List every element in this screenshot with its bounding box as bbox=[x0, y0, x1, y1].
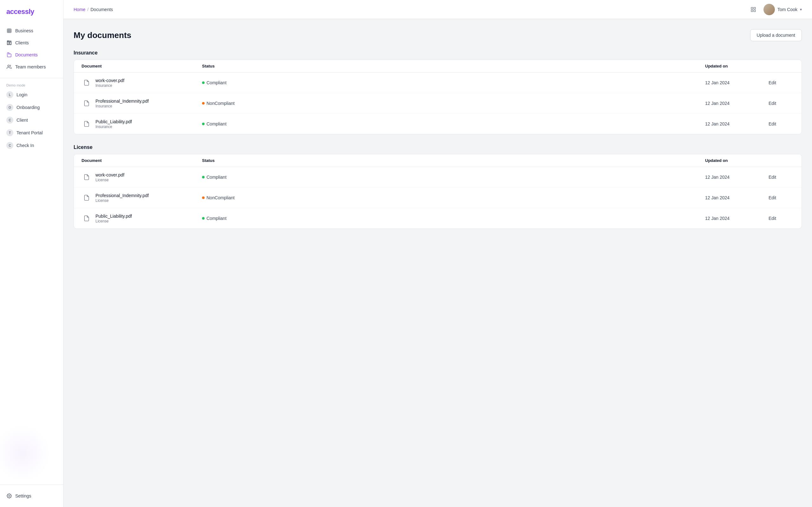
main-nav: Business Clients Documents bbox=[0, 22, 63, 75]
svg-rect-6 bbox=[751, 7, 753, 9]
sidebar-item-team-members[interactable]: Team members bbox=[0, 61, 63, 73]
sidebar-divider bbox=[0, 78, 63, 78]
sidebar-item-team-members-label: Team members bbox=[15, 64, 46, 69]
col-updated-1: Updated on bbox=[705, 64, 768, 68]
status-text: Compliant bbox=[206, 80, 226, 85]
sidebar-decoration bbox=[0, 425, 51, 482]
status-cell: NonCompliant bbox=[202, 101, 705, 106]
sidebar-item-business[interactable]: Business bbox=[0, 25, 63, 37]
svg-point-4 bbox=[8, 65, 9, 66]
svg-point-5 bbox=[9, 495, 10, 497]
doc-info: Professional_Indemnity.pdf License bbox=[96, 193, 149, 203]
doc-type: License bbox=[96, 219, 132, 223]
svg-rect-7 bbox=[754, 7, 755, 9]
logo-text: accessly bbox=[6, 8, 34, 15]
sidebar-item-check-in[interactable]: C Check In bbox=[0, 139, 63, 152]
doc-name: Professional_Indemnity.pdf bbox=[96, 99, 149, 104]
edit-button[interactable]: Edit bbox=[768, 80, 794, 85]
status-dot bbox=[202, 81, 205, 84]
table-row: Professional_Indemnity.pdf License NonCo… bbox=[74, 187, 802, 208]
main-area: Home / Documents Tom Cook ▾ My documents… bbox=[63, 0, 812, 507]
sidebar-item-login[interactable]: L Login bbox=[0, 89, 63, 101]
breadcrumb-home[interactable]: Home bbox=[73, 7, 85, 12]
sidebar-item-documents[interactable]: Documents bbox=[0, 49, 63, 61]
file-icon bbox=[82, 193, 92, 203]
table-row: work-cover.pdf License Compliant 12 Jan … bbox=[74, 167, 802, 187]
doc-info: work-cover.pdf Insurance bbox=[96, 78, 124, 88]
insurance-section-title: Insurance bbox=[73, 50, 802, 56]
demo-mode-label: Demo mode bbox=[0, 81, 63, 89]
edit-button[interactable]: Edit bbox=[768, 101, 794, 106]
status-dot bbox=[202, 102, 205, 105]
status-text: Compliant bbox=[206, 175, 226, 180]
chevron-down-icon: ▾ bbox=[800, 7, 802, 12]
sidebar-item-onboarding[interactable]: O Onboarding bbox=[0, 101, 63, 114]
doc-type: License bbox=[96, 178, 124, 182]
doc-type: Insurance bbox=[96, 83, 124, 88]
col-status-1: Status bbox=[202, 64, 705, 68]
file-icon bbox=[82, 119, 92, 129]
document-icon bbox=[6, 52, 12, 58]
date-cell: 12 Jan 2024 bbox=[705, 101, 768, 106]
doc-name: Professional_Indemnity.pdf bbox=[96, 193, 149, 198]
sidebar-item-tenant-portal-label: Tenant Portal bbox=[16, 130, 43, 135]
status-text: NonCompliant bbox=[206, 101, 235, 106]
status-text: NonCompliant bbox=[206, 195, 235, 200]
col-status-2: Status bbox=[202, 158, 705, 163]
col-updated-2: Updated on bbox=[705, 158, 768, 163]
doc-name: work-cover.pdf bbox=[96, 172, 124, 177]
date-cell: 12 Jan 2024 bbox=[705, 175, 768, 180]
sidebar: accessly Business Clients bbox=[0, 0, 63, 507]
edit-button[interactable]: Edit bbox=[768, 216, 794, 221]
users-icon bbox=[6, 64, 12, 70]
license-section: License Document Status Updated on bbox=[73, 145, 802, 229]
sidebar-item-settings[interactable]: Settings bbox=[0, 490, 63, 502]
sidebar-item-business-label: Business bbox=[15, 28, 33, 33]
license-table-header: Document Status Updated on bbox=[74, 154, 802, 167]
user-menu[interactable]: Tom Cook ▾ bbox=[763, 4, 802, 15]
table-row: Public_Liability.pdf License Compliant 1… bbox=[74, 208, 802, 228]
page-header: My documents Upload a document bbox=[73, 29, 802, 41]
avatar-O: O bbox=[6, 104, 13, 111]
doc-info: Public_Liability.pdf License bbox=[96, 214, 132, 223]
doc-info: Professional_Indemnity.pdf Insurance bbox=[96, 99, 149, 108]
doc-name: work-cover.pdf bbox=[96, 78, 124, 83]
doc-info: work-cover.pdf License bbox=[96, 172, 124, 182]
page-title: My documents bbox=[73, 31, 131, 40]
license-section-title: License bbox=[73, 145, 802, 150]
sidebar-item-clients[interactable]: Clients bbox=[0, 37, 63, 49]
svg-rect-9 bbox=[754, 10, 755, 11]
edit-button[interactable]: Edit bbox=[768, 195, 794, 200]
status-dot bbox=[202, 123, 205, 125]
license-table: Document Status Updated on work bbox=[73, 154, 802, 229]
chart-icon bbox=[6, 40, 12, 46]
doc-name: Public_Liability.pdf bbox=[96, 119, 132, 124]
sidebar-item-tenant-portal[interactable]: T Tenant Portal bbox=[0, 126, 63, 139]
header-right: Tom Cook ▾ bbox=[748, 4, 802, 15]
insurance-table-header: Document Status Updated on bbox=[74, 60, 802, 72]
doc-cell: Public_Liability.pdf License bbox=[82, 213, 202, 223]
status-cell: Compliant bbox=[202, 175, 705, 180]
col-document-1: Document bbox=[82, 64, 202, 68]
doc-cell: Professional_Indemnity.pdf License bbox=[82, 193, 202, 203]
date-cell: 12 Jan 2024 bbox=[705, 216, 768, 221]
grid-icon-button[interactable] bbox=[748, 4, 758, 14]
table-row: Professional_Indemnity.pdf Insurance Non… bbox=[74, 93, 802, 114]
settings-label: Settings bbox=[15, 493, 32, 498]
file-icon bbox=[82, 172, 92, 182]
edit-button[interactable]: Edit bbox=[768, 175, 794, 180]
svg-rect-2 bbox=[9, 42, 11, 45]
edit-button[interactable]: Edit bbox=[768, 121, 794, 126]
avatar-C2: C bbox=[6, 142, 13, 149]
doc-cell: Public_Liability.pdf Insurance bbox=[82, 119, 202, 129]
upload-document-button[interactable]: Upload a document bbox=[750, 29, 802, 41]
table-row: Public_Liability.pdf Insurance Compliant… bbox=[74, 114, 802, 134]
status-dot bbox=[202, 217, 205, 220]
sidebar-item-client[interactable]: C Client bbox=[0, 114, 63, 126]
avatar-image bbox=[763, 4, 775, 15]
sidebar-item-documents-label: Documents bbox=[15, 52, 38, 57]
col-document-2: Document bbox=[82, 158, 202, 163]
breadcrumb-current: Documents bbox=[90, 7, 113, 12]
status-text: Compliant bbox=[206, 216, 226, 221]
sidebar-bottom: Settings bbox=[0, 485, 63, 507]
